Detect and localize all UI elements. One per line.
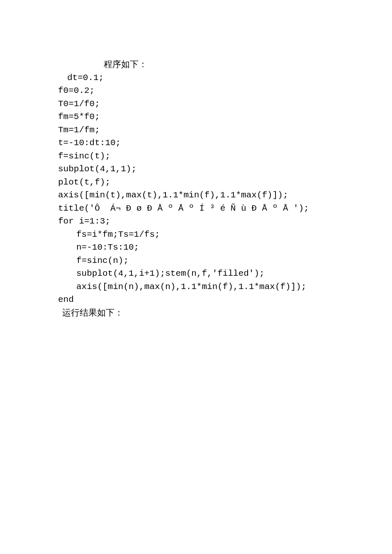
code-line: title('Ô Á¬ Ð ø Ð Å º Å º Í ³ é Ñ ù Ð Å …	[58, 202, 367, 215]
code-line: subplot(4,1,i+1);stem(n,f,'filled');	[58, 267, 367, 280]
result-text: 运行结果如下：	[58, 306, 367, 320]
code-line: n=-10:Ts:10;	[58, 241, 367, 254]
code-line: f=sinc(t);	[58, 150, 367, 163]
code-line: t=-10:dt:10;	[58, 136, 367, 150]
code-line: end	[58, 293, 367, 306]
code-line: subplot(4,1,1);	[58, 163, 367, 176]
code-line: f0=0.2;	[58, 84, 367, 97]
document-page: 程序如下： dt=0.1; f0=0.2; T0=1/f0; fm=5*f0; …	[0, 0, 392, 344]
code-line: plot(t,f);	[58, 176, 367, 189]
code-line: dt=0.1;	[58, 71, 367, 85]
code-line: fm=5*f0;	[58, 110, 367, 124]
code-line: f=sinc(n);	[58, 254, 367, 267]
intro-text: 程序如下：	[58, 58, 367, 71]
code-line: fs=i*fm;Ts=1/fs;	[58, 228, 367, 241]
code-line: axis([min(t),max(t),1.1*min(f),1.1*max(f…	[58, 189, 367, 202]
code-line: Tm=1/fm;	[58, 124, 367, 137]
code-line: axis([min(n),max(n),1.1*min(f),1.1*max(f…	[58, 280, 367, 294]
code-line: for i=1:3;	[58, 215, 367, 228]
code-line: T0=1/f0;	[58, 97, 367, 111]
